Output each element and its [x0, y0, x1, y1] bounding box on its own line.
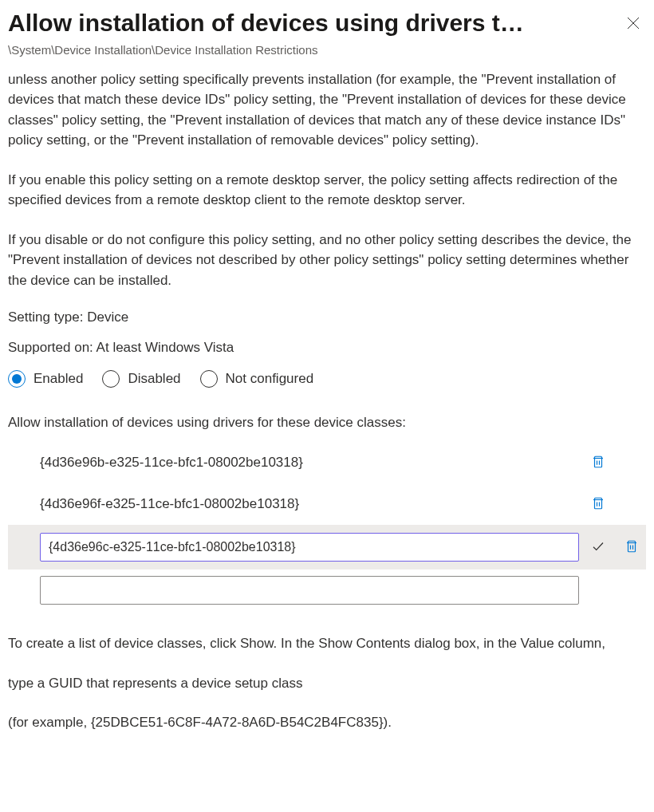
- delete-button[interactable]: [617, 533, 646, 562]
- state-radio-group: Enabled Disabled Not configured: [8, 370, 646, 388]
- setting-type: Setting type: Device: [8, 309, 646, 325]
- supported-on: Supported on: At least Windows Vista: [8, 340, 646, 356]
- trash-icon: [591, 455, 605, 471]
- device-class-new-input[interactable]: [40, 576, 579, 605]
- device-class-input[interactable]: [40, 533, 579, 562]
- radio-icon: [102, 370, 120, 388]
- radio-icon: [200, 370, 218, 388]
- radio-icon: [8, 370, 26, 388]
- list-item-new: [8, 570, 646, 611]
- close-icon: [627, 17, 640, 32]
- close-button[interactable]: [621, 11, 646, 37]
- list-item-editing: [8, 525, 646, 570]
- list-item-text: {4d36e96f-e325-11ce-bfc1-08002be10318}: [40, 496, 579, 512]
- description-block: unless another policy setting specifical…: [8, 69, 646, 291]
- device-classes-label: Allow installation of devices using driv…: [8, 415, 646, 431]
- trash-icon: [591, 496, 605, 513]
- trash-icon: [624, 539, 639, 556]
- check-icon: [591, 539, 605, 556]
- delete-button[interactable]: [584, 490, 613, 518]
- help-text-block: To create a list of device classes, clic…: [8, 633, 646, 733]
- delete-button[interactable]: [584, 448, 613, 477]
- help-para: (for example, {25DBCE51-6C8F-4A72-8A6D-B…: [8, 712, 646, 733]
- list-item: {4d36e96b-e325-11ce-bfc1-08002be10318}: [8, 442, 646, 483]
- radio-enabled[interactable]: Enabled: [8, 370, 83, 388]
- list-item-text: {4d36e96b-e325-11ce-bfc1-08002be10318}: [40, 455, 579, 471]
- radio-label: Enabled: [33, 371, 83, 387]
- radio-label: Not configured: [226, 371, 314, 387]
- confirm-button[interactable]: [584, 533, 613, 562]
- breadcrumb: \System\Device Installation\Device Insta…: [8, 43, 646, 57]
- help-para: To create a list of device classes, clic…: [8, 633, 646, 654]
- help-para: type a GUID that represents a device set…: [8, 673, 646, 694]
- page-title: Allow installation of devices using driv…: [8, 8, 621, 38]
- description-para: If you disable or do not configure this …: [8, 230, 646, 291]
- description-para: If you enable this policy setting on a r…: [8, 170, 646, 211]
- device-classes-list: {4d36e96b-e325-11ce-bfc1-08002be10318} {…: [8, 442, 646, 611]
- description-para: unless another policy setting specifical…: [8, 69, 646, 151]
- radio-not-configured[interactable]: Not configured: [200, 370, 314, 388]
- list-item: {4d36e96f-e325-11ce-bfc1-08002be10318}: [8, 483, 646, 525]
- radio-label: Disabled: [128, 371, 180, 387]
- radio-disabled[interactable]: Disabled: [102, 370, 180, 388]
